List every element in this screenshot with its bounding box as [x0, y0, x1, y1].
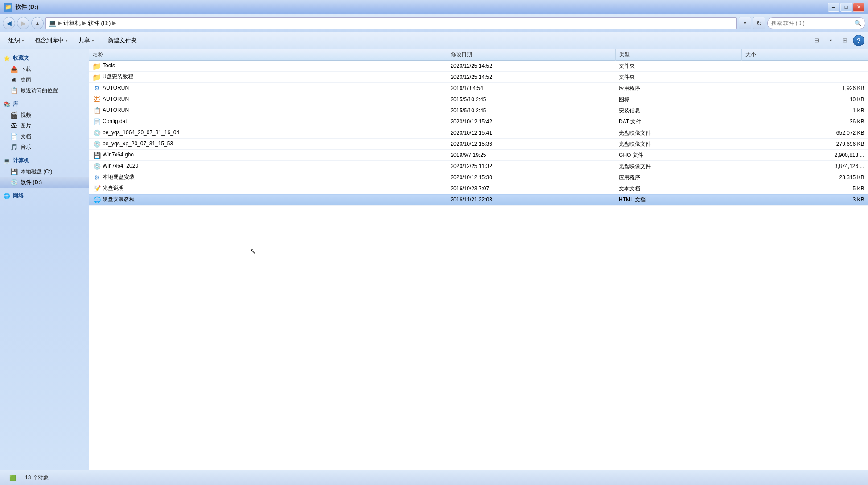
file-size-cell: 28,315 KB	[741, 172, 868, 183]
col-header-type[interactable]: 类型	[615, 49, 741, 61]
file-type-cell: GHO 文件	[615, 150, 741, 161]
sidebar-item-doc[interactable]: 📄 文档	[0, 131, 89, 142]
computer-icon: 💻	[4, 158, 10, 164]
toolbar: 组织 ▾ 包含到库中 ▾ 共享 ▾ 新建文件夹 ⊟ ▾ ⊞ ?	[0, 32, 868, 49]
close-button[interactable]: ✕	[853, 3, 864, 12]
file-type-cell: 光盘映像文件	[615, 139, 741, 150]
sidebar: ⭐ 收藏夹 📥 下载 🖥 桌面 📋 最近访问的位置 📚 库	[0, 49, 89, 470]
address-path[interactable]: 💻 ▶ 计算机 ▶ 软件 (D:) ▶	[45, 17, 737, 29]
file-date-cell: 2019/9/7 19:25	[447, 150, 615, 161]
up-button[interactable]: ▲	[31, 17, 44, 29]
sidebar-item-desktop[interactable]: 🖥 桌面	[0, 74, 89, 85]
sidebar-computer-header[interactable]: 💻 计算机	[0, 155, 89, 166]
file-size-cell: 10 KB	[741, 94, 868, 105]
file-type-cell: 应用程序	[615, 83, 741, 94]
table-row[interactable]: 📝光盘说明 2016/10/23 7:07 文本文档 5 KB	[89, 183, 868, 194]
image-icon: 🖼	[10, 122, 18, 130]
file-size-cell: 3,874,126 ...	[741, 161, 868, 172]
sidebar-item-recent[interactable]: 📋 最近访问的位置	[0, 85, 89, 96]
file-size-cell: 3 KB	[741, 194, 868, 206]
view-list-button[interactable]: ⊟	[810, 35, 823, 46]
table-row[interactable]: 🖼AUTORUN 2015/5/10 2:45 图标 10 KB	[89, 94, 868, 105]
file-name-cell: ⚙AUTORUN	[89, 83, 447, 94]
forward-button[interactable]: ▶	[17, 17, 29, 29]
file-table: 名称 修改日期 类型 大小 📁Tools 2020/12/25 14:52 文件…	[89, 49, 868, 206]
file-icon: 📁	[93, 62, 101, 70]
sidebar-item-video[interactable]: 🎬 视频	[0, 110, 89, 120]
table-row[interactable]: 💾Win7x64.gho 2019/9/7 19:25 GHO 文件 2,900…	[89, 150, 868, 161]
col-header-date[interactable]: 修改日期	[447, 49, 615, 61]
sidebar-favorites-section: ⭐ 收藏夹 📥 下载 🖥 桌面 📋 最近访问的位置	[0, 53, 89, 96]
table-row[interactable]: ⚙本地硬盘安装 2020/10/12 15:30 应用程序 28,315 KB	[89, 172, 868, 183]
table-row[interactable]: 🌐硬盘安装教程 2016/11/21 22:03 HTML 文档 3 KB	[89, 194, 868, 206]
include-chevron: ▾	[66, 38, 68, 43]
file-name-cell: 📁Tools	[89, 61, 447, 72]
maximize-button[interactable]: □	[840, 3, 852, 12]
file-date-cell: 2015/5/10 2:45	[447, 94, 615, 105]
file-date-cell: 2020/12/25 11:32	[447, 161, 615, 172]
sidebar-item-disk-d[interactable]: 💿 软件 (D:)	[0, 177, 89, 188]
sidebar-network-header[interactable]: 🌐 网络	[0, 190, 89, 201]
back-button[interactable]: ◀	[3, 17, 15, 29]
table-row[interactable]: 💿pe_yqs_xp_20_07_31_15_53 2020/10/12 15:…	[89, 139, 868, 150]
file-size-cell: 1,926 KB	[741, 83, 868, 94]
title-bar-buttons: ─ □ ✕	[828, 3, 864, 12]
refresh-button[interactable]: ↻	[753, 17, 765, 29]
path-drive[interactable]: 软件 (D:)	[88, 19, 111, 27]
col-header-size[interactable]: 大小	[741, 49, 868, 61]
dropdown-button[interactable]: ▼	[739, 17, 751, 29]
minimize-button[interactable]: ─	[828, 3, 839, 12]
file-icon: 🖼	[93, 95, 101, 103]
share-button[interactable]: 共享 ▾	[74, 34, 99, 47]
address-bar: ◀ ▶ ▲ 💻 ▶ 计算机 ▶ 软件 (D:) ▶ ▼ ↻ 🔍	[0, 14, 868, 32]
disk-c-icon: 💾	[10, 168, 18, 176]
table-row[interactable]: 📄Config.dat 2020/10/12 15:42 DAT 文件 36 K…	[89, 116, 868, 127]
sidebar-network-section: 🌐 网络	[0, 190, 89, 201]
view-chevron-button[interactable]: ▾	[824, 35, 837, 46]
file-icon: 🌐	[93, 196, 101, 204]
table-row[interactable]: 📁Tools 2020/12/25 14:52 文件夹	[89, 61, 868, 72]
file-date-cell: 2020/10/12 15:36	[447, 139, 615, 150]
table-row[interactable]: 📁U盘安装教程 2020/12/25 14:52 文件夹	[89, 72, 868, 83]
app-icon: 📁	[4, 3, 12, 12]
file-date-cell: 2020/12/25 14:52	[447, 61, 615, 72]
file-icon: 💿	[93, 129, 101, 137]
new-folder-button[interactable]: 新建文件夹	[103, 34, 142, 47]
include-button[interactable]: 包含到库中 ▾	[30, 34, 73, 47]
file-icon: 💾	[93, 151, 101, 159]
status-bar: 🟩 13 个对象	[0, 470, 868, 485]
file-icon: ⚙	[93, 84, 101, 92]
search-icon[interactable]: 🔍	[854, 20, 861, 26]
download-icon: 📥	[10, 65, 18, 73]
file-icon: 💿	[93, 140, 101, 148]
sidebar-item-disk-c[interactable]: 💾 本地磁盘 (C:)	[0, 166, 89, 177]
table-row[interactable]: ⚙AUTORUN 2016/1/8 4:54 应用程序 1,926 KB	[89, 83, 868, 94]
file-type-cell: HTML 文档	[615, 194, 741, 206]
file-date-cell: 2020/12/25 14:52	[447, 72, 615, 83]
table-row[interactable]: 📋AUTORUN 2015/5/10 2:45 安装信息 1 KB	[89, 105, 868, 116]
file-size-cell: 5 KB	[741, 183, 868, 194]
file-size-cell: 2,900,813 ...	[741, 150, 868, 161]
sidebar-item-image[interactable]: 🖼 图片	[0, 120, 89, 131]
sidebar-item-music[interactable]: 🎵 音乐	[0, 142, 89, 152]
table-row[interactable]: 💿pe_yqs_1064_20_07_31_16_04 2020/10/12 1…	[89, 127, 868, 139]
table-row[interactable]: 💿Win7x64_2020 2020/12/25 11:32 光盘映像文件 3,…	[89, 161, 868, 172]
file-icon: 📄	[93, 118, 101, 126]
help-button[interactable]: ?	[853, 35, 864, 46]
file-date-cell: 2020/10/12 15:42	[447, 116, 615, 127]
file-icon: 📁	[93, 73, 101, 81]
view-details-button[interactable]: ⊞	[839, 35, 851, 46]
sidebar-library-header[interactable]: 📚 库	[0, 99, 89, 110]
file-type-cell: 文件夹	[615, 61, 741, 72]
sidebar-favorites-header[interactable]: ⭐ 收藏夹	[0, 53, 89, 64]
sidebar-item-download[interactable]: 📥 下载	[0, 64, 89, 74]
path-computer[interactable]: 计算机	[63, 19, 81, 27]
search-box[interactable]: 🔍	[767, 17, 865, 29]
organize-button[interactable]: 组织 ▾	[4, 34, 29, 47]
file-name-cell: 📝光盘说明	[89, 183, 447, 194]
file-size-cell	[741, 72, 868, 83]
search-input[interactable]	[771, 20, 852, 26]
status-count: 13 个对象	[25, 474, 49, 481]
file-type-cell: 文本文档	[615, 183, 741, 194]
col-header-name[interactable]: 名称	[89, 49, 447, 61]
